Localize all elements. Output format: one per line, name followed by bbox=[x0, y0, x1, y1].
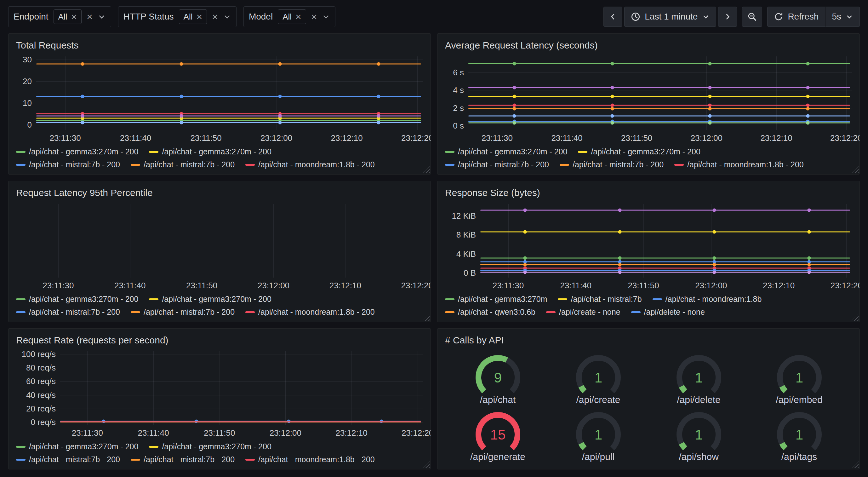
panel-resize-handle[interactable] bbox=[851, 314, 859, 321]
time-shift-forward-button[interactable] bbox=[718, 7, 737, 27]
chevron-down-icon[interactable] bbox=[322, 12, 330, 21]
gauge-arc: 1 bbox=[568, 409, 628, 456]
legend-swatch bbox=[674, 164, 684, 166]
h-gridline bbox=[36, 125, 423, 125]
x-tick-label: 23:12:10 bbox=[330, 281, 361, 291]
panel-title[interactable]: Request Latency 95th Percentile bbox=[16, 187, 423, 198]
timeseries-chart: 0 B4 KiB8 KiB12 KiB23:11:3023:11:4023:11… bbox=[445, 201, 852, 318]
x-tick-label: 23:12:00 bbox=[270, 428, 301, 438]
legend-item[interactable]: /api/chat - gemma3:270m - 200 bbox=[578, 147, 700, 156]
legend-item[interactable]: /api/chat - gemma3:270m - 200 bbox=[16, 295, 138, 304]
zoom-out-button[interactable] bbox=[742, 7, 762, 27]
dashboard-grid: Total Requests 010203023:11:3023:11:4023… bbox=[0, 32, 868, 475]
panel-resize-handle[interactable] bbox=[423, 166, 430, 173]
panel-title[interactable]: Average Request Latency (seconds) bbox=[445, 40, 852, 51]
chevron-down-icon[interactable] bbox=[223, 12, 231, 21]
panel-title[interactable]: # Calls by API bbox=[445, 335, 852, 346]
legend-item[interactable]: /api/chat - mistral:7b - 200 bbox=[445, 160, 549, 169]
legend-item[interactable]: /api/chat - mistral:7b - 200 bbox=[16, 160, 120, 169]
refresh-group: Refresh 5s bbox=[767, 7, 860, 27]
legend-swatch bbox=[131, 311, 140, 313]
gauge: 1/api/embed bbox=[749, 350, 849, 407]
legend-item[interactable]: /api/chat - moondream:1.8b - 200 bbox=[245, 455, 375, 464]
x-tick-label: 23:11:50 bbox=[621, 133, 652, 143]
gauge: 1/api/pull bbox=[548, 407, 649, 464]
v-gridline bbox=[58, 204, 59, 277]
series-point bbox=[180, 121, 183, 124]
x-tick-label: 23:12:00 bbox=[258, 281, 289, 291]
legend-swatch bbox=[16, 151, 26, 153]
v-gridline bbox=[285, 351, 286, 425]
legend-item[interactable]: /api/create - none bbox=[546, 307, 620, 317]
refresh-button[interactable]: Refresh bbox=[767, 7, 825, 27]
clear-filter-icon[interactable]: × bbox=[87, 12, 93, 22]
x-tick-label: 23:11:40 bbox=[551, 133, 582, 143]
filter-value-chip[interactable]: All × bbox=[278, 9, 306, 24]
v-gridline bbox=[345, 204, 345, 277]
legend-item[interactable]: /api/chat - gemma3:270m - 200 bbox=[149, 147, 271, 156]
legend-item[interactable]: /api/chat - gemma3:270m bbox=[445, 295, 547, 304]
series-point bbox=[713, 208, 716, 212]
panel-resize-handle[interactable] bbox=[423, 314, 430, 321]
v-gridline bbox=[508, 204, 509, 277]
legend-item[interactable]: /api/chat - mistral:7b - 200 bbox=[16, 455, 120, 464]
legend-item[interactable]: /api/chat - gemma3:270m - 200 bbox=[149, 295, 271, 304]
series-line bbox=[36, 64, 421, 65]
v-gridline bbox=[497, 56, 497, 130]
series-line bbox=[468, 123, 850, 123]
legend-item[interactable]: /api/chat - gemma3:270m - 200 bbox=[445, 147, 567, 156]
legend-item[interactable]: /api/chat - moondream:1.8b bbox=[653, 295, 762, 304]
panel-resize-handle[interactable] bbox=[851, 461, 859, 468]
panel-average-request-latency: Average Request Latency (seconds) 0 s2 s… bbox=[437, 33, 860, 175]
filter-value-chip[interactable]: All × bbox=[179, 9, 207, 24]
panel-resize-handle[interactable] bbox=[423, 461, 430, 468]
legend-item[interactable]: /api/chat - gemma3:270m - 200 bbox=[16, 442, 138, 451]
filter-value-chip[interactable]: All × bbox=[54, 9, 82, 24]
panel-title[interactable]: Request Rate (requests per second) bbox=[16, 335, 423, 346]
gauge-label: /api/chat bbox=[480, 394, 516, 405]
legend-item[interactable]: /api/chat - qwen3:0.6b bbox=[445, 307, 535, 317]
legend-item[interactable]: /api/chat - moondream:1.8b - 200 bbox=[674, 160, 804, 169]
gauge-value: 9 bbox=[494, 370, 501, 385]
legend-item[interactable]: /api/chat - mistral:7b - 200 bbox=[131, 160, 235, 169]
legend-label: /api/chat - gemma3:270m - 200 bbox=[29, 147, 138, 156]
panel-title[interactable]: Response Size (bytes) bbox=[445, 187, 852, 198]
clear-filter-icon[interactable]: × bbox=[212, 12, 218, 22]
remove-value-icon[interactable]: × bbox=[296, 12, 301, 22]
series-point bbox=[278, 114, 282, 118]
time-range-picker[interactable]: Last 1 minute bbox=[624, 7, 716, 27]
legend-item[interactable]: /api/chat - moondream:1.8b - 200 bbox=[245, 160, 375, 169]
panel-resize-handle[interactable] bbox=[851, 166, 859, 173]
series-point bbox=[708, 103, 712, 107]
filter-model: Model All × × bbox=[244, 6, 336, 27]
legend-item[interactable]: /api/chat - mistral:7b - 200 bbox=[16, 307, 120, 317]
legend-item[interactable]: /api/chat - gemma3:270m - 200 bbox=[149, 442, 271, 451]
legend-item[interactable]: /api/chat - mistral:7b - 200 bbox=[131, 455, 235, 464]
legend-item[interactable]: /api/chat - gemma3:270m - 200 bbox=[16, 147, 138, 156]
gauge: 1/api/show bbox=[649, 407, 749, 464]
legend-item[interactable]: /api/chat - mistral:7b - 200 bbox=[131, 307, 235, 317]
series-point bbox=[713, 230, 716, 234]
x-tick-label: 23:12:00 bbox=[695, 281, 727, 291]
legend-row: /api/chat - gemma3:270m - 200/api/chat -… bbox=[16, 147, 423, 156]
legend: /api/chat - gemma3:270m - 200/api/chat -… bbox=[16, 438, 423, 465]
time-shift-back-button[interactable] bbox=[603, 7, 622, 27]
legend-swatch bbox=[16, 459, 26, 460]
chevron-down-icon[interactable] bbox=[98, 12, 106, 21]
series-line bbox=[468, 96, 850, 97]
refresh-interval-picker[interactable]: 5s bbox=[825, 7, 860, 27]
legend-label: /api/chat - moondream:1.8b bbox=[665, 295, 762, 304]
x-axis: 23:11:3023:11:4023:11:5023:12:0023:12:10… bbox=[60, 425, 423, 438]
legend-item[interactable]: /api/delete - none bbox=[631, 307, 705, 317]
filter-value: All bbox=[58, 12, 67, 22]
h-gridline bbox=[36, 103, 423, 103]
gauge-arc: 1 bbox=[769, 409, 829, 456]
clear-filter-icon[interactable]: × bbox=[311, 12, 317, 22]
remove-value-icon[interactable]: × bbox=[196, 12, 203, 22]
legend-item[interactable]: /api/chat - mistral:7b bbox=[558, 295, 642, 304]
panel-title[interactable]: Total Requests bbox=[16, 40, 423, 51]
remove-value-icon[interactable]: × bbox=[71, 12, 77, 22]
y-tick-label: 30 bbox=[23, 55, 32, 65]
legend-item[interactable]: /api/chat - moondream:1.8b - 200 bbox=[245, 307, 375, 317]
legend-item[interactable]: /api/chat - mistral:7b - 200 bbox=[560, 160, 663, 169]
